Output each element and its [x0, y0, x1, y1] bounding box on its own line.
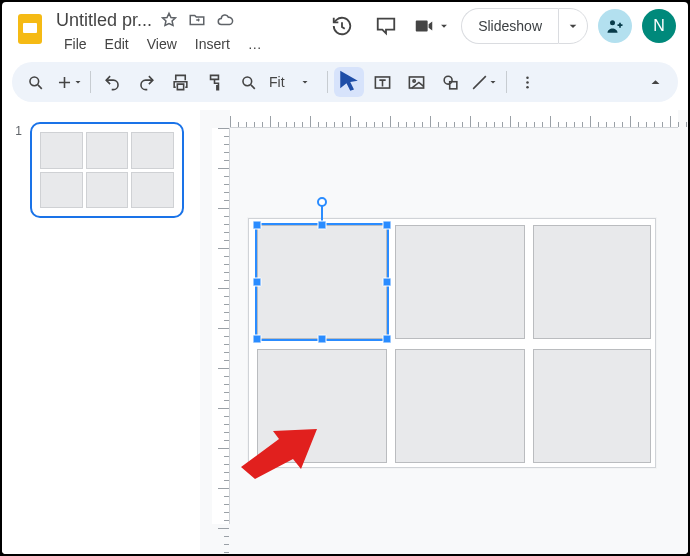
menubar: File Edit View Insert … — [56, 34, 270, 54]
undo-button[interactable] — [97, 67, 127, 97]
textbox-tool[interactable] — [368, 67, 398, 97]
svg-point-4 — [242, 76, 251, 85]
zoom-group: Fit — [233, 67, 321, 97]
workspace: 1 — [2, 110, 688, 554]
placeholder-6[interactable] — [533, 349, 651, 463]
vertical-ruler — [212, 128, 230, 524]
placeholder-5[interactable] — [395, 349, 525, 463]
app-window: Untitled pr... File Edit View Insert … — [2, 2, 688, 554]
comments-icon[interactable] — [369, 9, 403, 43]
placeholder-3[interactable] — [533, 225, 651, 339]
zoom-level[interactable]: Fit — [265, 74, 289, 90]
annotation-arrow-icon — [241, 419, 321, 479]
menu-view[interactable]: View — [139, 34, 185, 54]
horizontal-ruler — [230, 110, 678, 128]
select-tool[interactable] — [334, 67, 364, 97]
history-icon[interactable] — [325, 9, 359, 43]
more-tools[interactable] — [513, 67, 543, 97]
menu-edit[interactable]: Edit — [97, 34, 137, 54]
separator — [506, 71, 507, 93]
rotation-handle[interactable] — [317, 197, 327, 207]
slideshow-button[interactable]: Slideshow — [461, 8, 558, 44]
svg-point-2 — [610, 20, 615, 25]
zoom-tool-icon[interactable] — [233, 67, 263, 97]
rotation-line — [321, 203, 323, 225]
menu-file[interactable]: File — [56, 34, 95, 54]
search-icon[interactable] — [20, 67, 50, 97]
separator — [327, 71, 328, 93]
zoom-dropdown[interactable] — [291, 67, 321, 97]
print-button[interactable] — [165, 67, 195, 97]
collapse-toolbar-button[interactable] — [640, 67, 670, 97]
svg-point-3 — [29, 76, 38, 85]
slide[interactable] — [248, 218, 656, 468]
svg-marker-13 — [241, 429, 317, 479]
cloud-saved-icon[interactable] — [214, 9, 236, 31]
line-tool[interactable] — [470, 67, 500, 97]
separator — [90, 71, 91, 93]
move-folder-icon[interactable] — [186, 9, 208, 31]
svg-point-10 — [526, 76, 529, 79]
toolbar: Fit — [12, 62, 678, 102]
filmstrip[interactable]: 1 — [2, 110, 200, 554]
new-slide-button[interactable] — [54, 67, 84, 97]
redo-button[interactable] — [131, 67, 161, 97]
image-tool[interactable] — [402, 67, 432, 97]
placeholder-1[interactable] — [257, 225, 387, 339]
doc-title[interactable]: Untitled pr... — [56, 10, 152, 31]
svg-rect-6 — [409, 76, 423, 87]
svg-point-11 — [526, 81, 529, 84]
placeholder-2[interactable] — [395, 225, 525, 339]
app-icon[interactable] — [10, 8, 50, 48]
svg-point-12 — [526, 85, 529, 88]
meet-button[interactable] — [413, 15, 451, 37]
account-avatar[interactable]: N — [642, 9, 676, 43]
svg-point-7 — [413, 79, 415, 81]
svg-point-8 — [444, 76, 452, 84]
paint-format-button[interactable] — [199, 67, 229, 97]
menu-insert[interactable]: Insert — [187, 34, 238, 54]
star-icon[interactable] — [158, 9, 180, 31]
slide-number: 1 — [12, 122, 22, 138]
caret-down-icon — [437, 19, 451, 33]
slide-thumb-1[interactable]: 1 — [12, 122, 189, 218]
slideshow-more-button[interactable] — [558, 8, 588, 44]
slideshow-group: Slideshow — [461, 8, 588, 44]
svg-rect-1 — [23, 23, 37, 33]
shape-tool[interactable] — [436, 67, 466, 97]
share-button[interactable] — [598, 9, 632, 43]
menu-more[interactable]: … — [240, 34, 270, 54]
canvas[interactable] — [200, 110, 688, 554]
titlebar: Untitled pr... File Edit View Insert … — [2, 2, 688, 58]
